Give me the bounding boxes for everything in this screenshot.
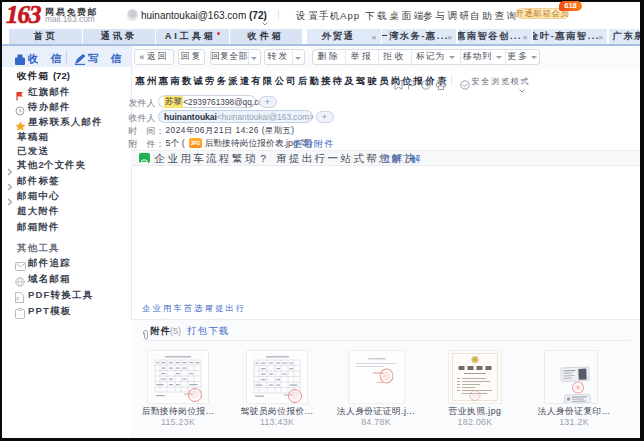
svg-text:P: P — [16, 296, 19, 301]
